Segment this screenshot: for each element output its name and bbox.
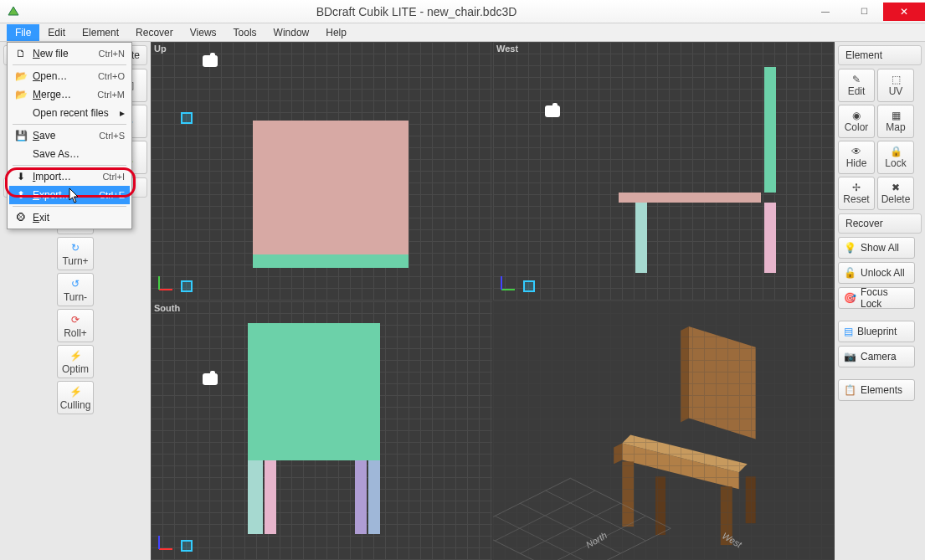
separator xyxy=(13,165,126,166)
map-icon: ▦ xyxy=(892,110,901,121)
edit-icon: ✎ xyxy=(852,74,861,85)
roll-icon: ⟳ xyxy=(69,313,82,326)
elements-icon: 📋 xyxy=(844,384,856,396)
culling-icon: ⚡ xyxy=(69,385,82,398)
menu-views[interactable]: Views xyxy=(182,24,225,41)
menu-item-exit[interactable]: ⭙Exit xyxy=(9,208,130,227)
menu-help[interactable]: Help xyxy=(317,24,355,41)
viewport-perspective[interactable]: North West xyxy=(493,301,835,560)
menu-item-saveas[interactable]: Save As… xyxy=(9,145,130,163)
roll-plus-button[interactable]: ⟳Roll+ xyxy=(57,309,94,342)
right-panel: Element ✎Edit ⬚UV ◉Color ▦Map 👁Hide 🔒Loc… xyxy=(835,42,925,560)
west-leg-a xyxy=(635,203,647,273)
export-icon: ⬆ xyxy=(14,188,28,202)
top-shape-a xyxy=(253,121,409,254)
axis-gizmo xyxy=(157,275,174,294)
menu-tools[interactable]: Tools xyxy=(225,24,265,41)
south-back xyxy=(248,323,380,460)
camera-icon xyxy=(203,373,218,385)
camera-button[interactable]: 📷Camera xyxy=(838,346,915,367)
focus-icon: 🎯 xyxy=(844,292,856,304)
title-bar: BDcraft Cubik LITE - new_chair.bdc3D — ☐… xyxy=(0,0,925,23)
unlock-icon: 🔓 xyxy=(844,267,856,279)
menu-item-save[interactable]: 💾SaveCtrl+S xyxy=(9,126,130,145)
west-seat xyxy=(619,193,761,203)
turn-minus-icon: ↺ xyxy=(69,277,82,290)
map-button[interactable]: ▦Map xyxy=(877,105,914,138)
blueprint-button[interactable]: ▤Blueprint xyxy=(838,321,915,342)
hide-icon: 👁 xyxy=(851,146,861,157)
minimize-button[interactable]: — xyxy=(806,3,845,21)
color-icon: ◉ xyxy=(852,110,861,121)
menu-item-import[interactable]: ⬇Import…Ctrl+I xyxy=(9,167,130,186)
view-label-up: Up xyxy=(154,44,167,54)
lock-icon: 🔒 xyxy=(890,146,902,157)
uv-icon: ⬚ xyxy=(892,74,901,85)
elements-button[interactable]: 📋Elements xyxy=(838,379,915,401)
south-leg-2 xyxy=(265,460,276,534)
unlock-all-button[interactable]: 🔓Unlock All xyxy=(838,262,915,284)
open-icon: 📂 xyxy=(14,69,28,83)
focus-lock-button[interactable]: 🎯Focus Lock xyxy=(838,287,915,309)
save-icon: 💾 xyxy=(14,129,28,142)
south-leg-1 xyxy=(248,460,263,534)
menu-element[interactable]: Element xyxy=(74,24,127,41)
viewport-up[interactable]: Up xyxy=(151,42,492,301)
turn-plus-icon: ↻ xyxy=(69,241,82,254)
south-leg-3 xyxy=(355,460,367,534)
viewport-south[interactable]: South xyxy=(151,301,492,560)
menu-item-recent[interactable]: Open recent files▸ xyxy=(9,104,130,122)
marker-icon xyxy=(181,280,193,292)
view-label-west: West xyxy=(496,44,518,54)
turn-plus-button[interactable]: ↻Turn+ xyxy=(57,237,94,270)
color-button[interactable]: ◉Color xyxy=(838,105,875,138)
viewport-west[interactable]: West xyxy=(493,42,835,301)
menu-edit[interactable]: Edit xyxy=(39,24,74,41)
uv-button[interactable]: ⬚UV xyxy=(877,69,914,102)
marker-icon xyxy=(181,540,193,552)
axis-gizmo xyxy=(500,275,516,294)
show-all-button[interactable]: 💡Show All xyxy=(838,237,915,259)
element-tools: ✎Edit ⬚UV ◉Color ▦Map 👁Hide 🔒Lock ✢Reset… xyxy=(838,69,922,210)
camera-icon: 📷 xyxy=(844,351,856,362)
south-leg-4 xyxy=(368,460,380,534)
reset-button[interactable]: ✢Reset xyxy=(838,177,875,210)
delete-button[interactable]: ✖Delete xyxy=(877,177,914,210)
exit-icon: ⭙ xyxy=(14,211,28,224)
element-panel-header: Element xyxy=(838,45,922,65)
close-button[interactable]: ✕ xyxy=(883,3,925,21)
hide-button[interactable]: 👁Hide xyxy=(838,141,875,174)
menu-file[interactable]: File xyxy=(7,24,39,41)
top-shape-b xyxy=(253,254,409,268)
axis-gizmo xyxy=(157,534,174,553)
separator xyxy=(13,206,126,207)
marker-icon xyxy=(523,280,535,292)
optim-button[interactable]: ⚡Optim xyxy=(57,345,94,378)
element-edit-button[interactable]: ✎Edit xyxy=(838,69,875,102)
blueprint-icon: ▤ xyxy=(844,326,853,337)
menu-recover[interactable]: Recover xyxy=(127,24,182,41)
maximize-button[interactable]: ☐ xyxy=(845,3,883,21)
menu-item-new[interactable]: 🗋New fileCtrl+N xyxy=(9,44,130,63)
culling-button[interactable]: ⚡Culling xyxy=(57,381,94,414)
menu-item-export[interactable]: ⬆Export…Ctrl+E xyxy=(9,186,130,204)
grid xyxy=(493,42,835,301)
menu-item-open[interactable]: 📂Open…Ctrl+O xyxy=(9,67,130,85)
camera-icon xyxy=(545,105,560,117)
chevron-right-icon: ▸ xyxy=(120,107,125,119)
view-label-south: South xyxy=(154,303,180,313)
menu-item-merge[interactable]: 📂Merge…Ctrl+M xyxy=(9,85,130,104)
viewports: Up West South xyxy=(151,42,835,560)
turn-minus-button[interactable]: ↺Turn- xyxy=(57,273,94,306)
menu-bar: File Edit Element Recover Views Tools Wi… xyxy=(0,23,925,42)
merge-icon: 📂 xyxy=(14,88,28,101)
recover-panel-header: Recover xyxy=(838,213,922,234)
import-icon: ⬇ xyxy=(14,170,28,183)
new-file-icon: 🗋 xyxy=(14,47,28,60)
menu-window[interactable]: Window xyxy=(265,24,318,41)
west-back xyxy=(764,67,776,193)
separator xyxy=(13,124,126,125)
marker-icon xyxy=(181,112,193,124)
file-menu-dropdown: 🗋New fileCtrl+N 📂Open…Ctrl+O 📂Merge…Ctrl… xyxy=(7,42,132,229)
lock-button[interactable]: 🔒Lock xyxy=(877,141,914,174)
